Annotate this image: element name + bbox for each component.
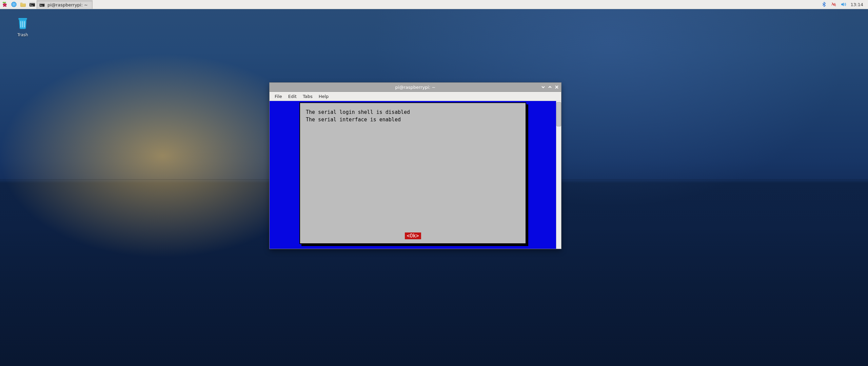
taskbar-window-terminal[interactable]: pi@raspberrypi: ~ — [37, 0, 93, 9]
volume-icon — [840, 1, 846, 7]
dialog-line-1: The serial login shell is disabled — [306, 109, 410, 115]
svg-rect-8 — [29, 2, 35, 3]
system-panel: pi@raspberrypi: ~ 13:14 — [0, 0, 868, 9]
desktop-trash-icon[interactable]: Trash — [9, 15, 36, 37]
menu-file[interactable]: File — [272, 93, 285, 100]
menu-tabs[interactable]: Tabs — [300, 93, 316, 100]
terminal-viewport[interactable]: The serial login shell is disabled The s… — [270, 101, 556, 249]
menu-launcher[interactable] — [0, 0, 9, 9]
terminal-icon — [29, 1, 36, 8]
raspberry-icon — [1, 1, 8, 8]
terminal-scrollbar[interactable] — [556, 101, 561, 249]
web-browser-launcher[interactable] — [9, 0, 18, 9]
taskbar-window-label: pi@raspberrypi: ~ — [47, 2, 88, 7]
svg-point-5 — [4, 3, 5, 4]
network-disconnected-icon — [831, 1, 837, 7]
svg-rect-11 — [18, 18, 27, 20]
globe-icon — [11, 1, 17, 8]
tray-volume[interactable] — [840, 0, 847, 9]
chevron-up-icon — [548, 85, 552, 89]
menu-edit[interactable]: Edit — [285, 93, 300, 100]
terminal-window: pi@raspberrypi: ~ File Edit Tabs Help Th… — [270, 83, 561, 249]
terminal-icon — [39, 2, 45, 8]
terminal-menubar: File Edit Tabs Help — [270, 92, 561, 101]
tray-network[interactable] — [830, 0, 837, 9]
window-titlebar[interactable]: pi@raspberrypi: ~ — [270, 83, 561, 92]
svg-rect-10 — [40, 3, 45, 4]
bluetooth-icon — [821, 1, 827, 7]
window-minimize-button[interactable] — [540, 84, 546, 90]
close-icon — [554, 85, 559, 89]
chevron-down-icon — [541, 85, 546, 89]
file-manager-launcher[interactable] — [18, 0, 27, 9]
folder-icon — [20, 1, 26, 8]
menu-help[interactable]: Help — [316, 93, 332, 100]
trash-icon — [13, 15, 32, 31]
desktop-trash-label: Trash — [9, 33, 36, 37]
svg-point-4 — [5, 5, 6, 7]
svg-point-3 — [3, 5, 4, 7]
panel-clock[interactable]: 13:14 — [849, 2, 865, 7]
scrollbar-thumb[interactable] — [556, 102, 561, 126]
dialog-line-2: The serial interface is enabled — [306, 117, 401, 123]
dialog-body: The serial login shell is disabled The s… — [301, 104, 525, 242]
window-maximize-button[interactable] — [547, 84, 553, 90]
window-title: pi@raspberrypi: ~ — [395, 85, 436, 90]
config-dialog: The serial login shell is disabled The s… — [299, 102, 526, 244]
terminal-launcher[interactable] — [27, 0, 37, 9]
dialog-ok-button[interactable]: <Ok> — [405, 232, 421, 239]
window-close-button[interactable] — [554, 84, 559, 90]
tray-bluetooth[interactable] — [821, 0, 828, 9]
